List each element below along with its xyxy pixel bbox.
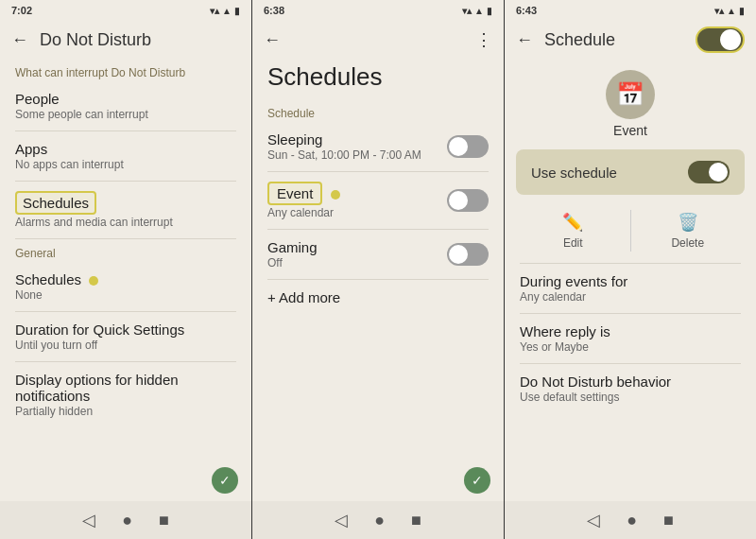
where-reply-title: Where reply is bbox=[520, 323, 741, 339]
apps-title: Apps bbox=[15, 141, 236, 157]
section-interrupt: What can interrupt Do Not Disturb bbox=[0, 59, 251, 81]
event-sub: Any calendar bbox=[267, 206, 447, 219]
nav-recent-p1[interactable]: ■ bbox=[159, 511, 169, 530]
page-title-p1: Do Not Disturb bbox=[40, 30, 240, 50]
status-bar-p2: 6:38 ▾▴ ▲ ▮ bbox=[252, 0, 504, 21]
info-where-reply[interactable]: Where reply is Yes or Maybe bbox=[505, 314, 756, 363]
display-title: Display options for hidden notifications bbox=[15, 372, 236, 404]
nav-home-p3[interactable]: ● bbox=[627, 511, 637, 530]
time-p2: 6:38 bbox=[264, 5, 284, 16]
delete-button[interactable]: 🗑️ Delete bbox=[631, 202, 746, 259]
add-more-item[interactable]: + Add more bbox=[252, 280, 504, 315]
sleeping-toggle-knob bbox=[449, 137, 468, 156]
event-highlight-box: Event bbox=[267, 182, 322, 205]
sleeping-title: Sleeping bbox=[267, 131, 447, 148]
nav-back-p3[interactable]: ◁ bbox=[587, 510, 600, 530]
menu-item-alarms[interactable]: Schedules Alarms and media can interrupt bbox=[0, 182, 251, 238]
event-toggle[interactable] bbox=[447, 189, 489, 212]
use-schedule-text: Use schedule bbox=[531, 165, 617, 181]
event-toggle-knob bbox=[449, 191, 468, 210]
nav-home-p1[interactable]: ● bbox=[122, 511, 132, 530]
nav-recent-p3[interactable]: ■ bbox=[663, 511, 674, 530]
time-p1: 7:02 bbox=[11, 5, 32, 16]
event-calendar-icon: 📅 bbox=[616, 81, 644, 108]
status-bar-p1: 7:02 ▾▴ ▲ ▮ bbox=[0, 0, 251, 21]
menu-item-sleeping[interactable]: Sleeping Sun - Sat, 10:00 PM - 7:00 AM bbox=[252, 122, 504, 171]
schedules-page-title-area: Schedules bbox=[252, 59, 504, 99]
nav-bar-p1: ◁ ● ■ bbox=[0, 501, 251, 539]
alarms-title: Schedules bbox=[15, 191, 236, 215]
wifi-icon-p3: ▲ bbox=[727, 6, 736, 16]
status-icons-p2: ▾▴ ▲ ▮ bbox=[462, 6, 492, 16]
top-bar-p2: ← ⋮ bbox=[252, 21, 504, 59]
edit-icon: ✏️ bbox=[562, 212, 583, 233]
yellow-dot-event bbox=[331, 190, 340, 200]
status-icons-p1: ▾▴ ▲ ▮ bbox=[210, 6, 240, 16]
where-reply-sub: Yes or Maybe bbox=[520, 340, 741, 354]
gaming-title: Gaming bbox=[267, 239, 447, 255]
edit-label: Edit bbox=[563, 236, 583, 250]
people-title: People bbox=[15, 91, 236, 107]
bottom-pill-p1: ✓ bbox=[212, 467, 238, 494]
delete-icon: 🗑️ bbox=[678, 212, 698, 233]
delete-label: Delete bbox=[671, 236, 704, 250]
menu-item-gaming[interactable]: Gaming Off bbox=[252, 230, 504, 279]
edit-button[interactable]: ✏️ Edit bbox=[516, 202, 630, 259]
page-title-p3: Schedule bbox=[544, 30, 684, 50]
duration-title: Duration for Quick Settings bbox=[15, 322, 236, 338]
use-schedule-box: Use schedule bbox=[516, 149, 745, 195]
panel-schedules: 6:38 ▾▴ ▲ ▮ ← ⋮ Schedules Schedule Sleep… bbox=[252, 0, 505, 539]
nav-back-p2[interactable]: ◁ bbox=[335, 510, 348, 530]
nav-bar-p3: ◁ ● ■ bbox=[505, 501, 756, 539]
more-icon-p2[interactable]: ⋮ bbox=[475, 29, 492, 50]
use-schedule-toggle[interactable] bbox=[688, 161, 730, 183]
info-during-events[interactable]: During events for Any calendar bbox=[505, 264, 756, 313]
schedule-header: 📅 Event bbox=[505, 59, 756, 146]
event-label: Event bbox=[613, 123, 647, 138]
sleeping-sub: Sun - Sat, 10:00 PM - 7:00 AM bbox=[267, 148, 447, 162]
yellow-dot-schedules bbox=[89, 276, 98, 286]
battery-icon: ▮ bbox=[234, 6, 240, 16]
nav-home-p2[interactable]: ● bbox=[374, 511, 385, 530]
panel-do-not-disturb: 7:02 ▾▴ ▲ ▮ ← Do Not Disturb What can in… bbox=[0, 0, 252, 539]
dnd-behavior-title: Do Not Disturb behavior bbox=[520, 374, 741, 390]
section-general: General bbox=[0, 239, 251, 262]
battery-icon-p2: ▮ bbox=[487, 6, 492, 16]
info-dnd-behavior[interactable]: Do Not Disturb behavior Use default sett… bbox=[505, 364, 756, 413]
battery-icon-p3: ▮ bbox=[739, 6, 745, 16]
menu-item-event[interactable]: Event Any calendar bbox=[252, 172, 504, 229]
apps-sub: No apps can interrupt bbox=[15, 158, 236, 171]
section-schedule-p2: Schedule bbox=[252, 99, 504, 122]
back-icon-p1[interactable]: ← bbox=[11, 30, 28, 50]
schedules-page-title: Schedules bbox=[267, 62, 489, 92]
nav-bar-p2: ◁ ● ■ bbox=[252, 501, 504, 539]
menu-item-display-options[interactable]: Display options for hidden notifications… bbox=[0, 362, 251, 427]
nav-recent-p2[interactable]: ■ bbox=[411, 511, 421, 530]
top-bar-p1: ← Do Not Disturb bbox=[0, 21, 251, 59]
menu-item-schedules[interactable]: Schedules None bbox=[0, 262, 251, 311]
back-icon-p3[interactable]: ← bbox=[516, 30, 533, 50]
people-sub: Some people can interrupt bbox=[15, 108, 236, 121]
back-icon-p2[interactable]: ← bbox=[264, 30, 281, 50]
nav-back-p1[interactable]: ◁ bbox=[82, 510, 95, 530]
signal-p3: ▾▴ bbox=[714, 6, 724, 16]
schedules-highlight-box: Schedules bbox=[15, 191, 96, 215]
duration-sub: Until you turn off bbox=[15, 339, 236, 352]
master-toggle-p3[interactable] bbox=[696, 26, 745, 53]
alarms-sub: Alarms and media can interrupt bbox=[15, 216, 236, 229]
signal-p2: ▾▴ bbox=[462, 6, 472, 16]
menu-item-people[interactable]: People Some people can interrupt bbox=[0, 81, 251, 130]
menu-item-duration[interactable]: Duration for Quick Settings Until you tu… bbox=[0, 312, 251, 361]
time-p3: 6:43 bbox=[516, 5, 537, 16]
gaming-toggle[interactable] bbox=[447, 243, 489, 266]
schedules-sub: None bbox=[15, 288, 236, 302]
event-icon-circle: 📅 bbox=[606, 70, 655, 119]
wifi-icon-p2: ▲ bbox=[474, 6, 484, 16]
signal-p1: ▾▴ bbox=[210, 6, 219, 16]
gaming-toggle-knob bbox=[449, 245, 468, 264]
sleeping-toggle[interactable] bbox=[447, 135, 489, 158]
top-bar-p3: ← Schedule bbox=[505, 21, 756, 59]
menu-item-apps[interactable]: Apps No apps can interrupt bbox=[0, 131, 251, 181]
schedules-title: Schedules bbox=[15, 271, 236, 287]
add-more-label: + Add more bbox=[267, 289, 340, 305]
